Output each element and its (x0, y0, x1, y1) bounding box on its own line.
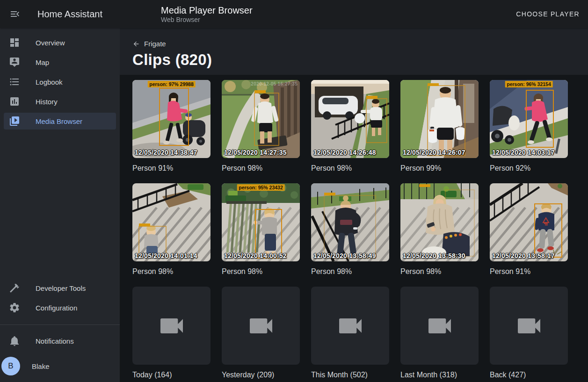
clip-caption: Person 98% (222, 267, 300, 276)
sidebar-item-map[interactable]: Map (4, 54, 116, 71)
clip-tile[interactable]: 12/05/2020 14:26:07 (400, 80, 479, 158)
clip-cell: person: 95% 2343212/05/2020 14:00:52Pers… (222, 183, 300, 276)
sidebar-item-logbook[interactable]: Logbook (4, 73, 116, 90)
sidebar-item-profile[interactable]: B Blake (1, 353, 116, 379)
clip-cell: 12/05/2020 14:26:48Person 98% (311, 80, 389, 173)
page-header-titles: Media Player Browser Web Browser (161, 5, 253, 23)
clip-timestamp: 12/05/2020 14:01:14 (135, 252, 197, 259)
folder-cell: Back (427) (490, 287, 568, 379)
clip-thumbnail (311, 183, 389, 261)
sidebar-nav: OverviewMapLogbookHistoryMedia Browser (0, 28, 120, 132)
hammer-icon (9, 282, 20, 294)
clip-caption: Person 92% (490, 164, 568, 173)
sidebar-item-label: Logbook (36, 78, 63, 86)
sidebar-item-history[interactable]: History (4, 93, 116, 110)
clip-timestamp: 12/05/2020 14:26:48 (313, 149, 376, 156)
menu-open-icon (9, 8, 21, 20)
breadcrumb-label: Frigate (144, 40, 166, 48)
clip-thumbnail (490, 80, 568, 158)
clip-tile[interactable]: 12/05/2020 13:58:49 (311, 183, 389, 261)
clip-timestamp: 12/05/2020 14:27:35 (224, 149, 287, 156)
poll-box-icon (9, 96, 20, 107)
clip-caption: Person 99% (400, 164, 479, 173)
media-grid-container: person: 97% 2998812/05/2020 14:38:47Pers… (120, 75, 588, 382)
clip-cell: 12/05/2020 13:58:30Person 98% (400, 183, 479, 276)
clip-timestamp: 12/05/2020 13:58:49 (313, 252, 376, 259)
clip-caption: Person 98% (311, 164, 389, 173)
video-icon (514, 311, 544, 341)
detection-label: person: 97% 29988 (147, 81, 196, 87)
folder-tile[interactable] (311, 287, 389, 365)
clip-tile[interactable]: person: 96% 3215412/05/2020 14:03:17 (490, 80, 568, 158)
clip-tile[interactable]: 2020-12-05 16:27:3512/05/2020 14:27:35 (222, 80, 300, 158)
folder-caption: This Month (502) (311, 370, 389, 379)
clip-cell: person: 97% 2998812/05/2020 14:38:47Pers… (132, 80, 211, 173)
video-icon (157, 311, 187, 341)
cog-icon (9, 302, 20, 313)
clip-timestamp: 12/05/2020 14:03:17 (492, 149, 555, 156)
clip-timestamp: 12/05/2020 14:26:07 (403, 149, 465, 156)
sidebar-item-media-browser[interactable]: Media Browser (4, 113, 116, 130)
clip-cell: 12/05/2020 13:58:49Person 98% (311, 183, 389, 276)
clip-tile[interactable]: person: 95% 2343212/05/2020 14:00:52 (222, 183, 300, 261)
menu-open-button[interactable] (4, 3, 26, 25)
format-list-bulleted-icon (9, 76, 20, 87)
folder-caption: Last Month (318) (400, 370, 479, 379)
folder-tile[interactable] (400, 287, 479, 365)
clip-tile[interactable]: person: 97% 2998812/05/2020 14:38:47 (132, 80, 211, 158)
video-icon (335, 311, 365, 341)
sidebar-item-label: Map (36, 58, 49, 66)
clip-thumbnail (400, 183, 479, 261)
folder-tile[interactable] (222, 287, 300, 365)
clip-thumbnail (132, 80, 211, 158)
clip-tile[interactable]: 12/05/2020 14:01:14 (132, 183, 211, 261)
clip-timestamp: 12/05/2020 13:58:30 (403, 252, 465, 259)
page-title: Clips (820) (132, 51, 588, 69)
breadcrumb[interactable]: Frigate (132, 28, 166, 48)
sidebar-header: Home Assistant (0, 3, 120, 25)
folder-tile[interactable] (132, 287, 211, 365)
main-content: Frigate Clips (820) person: 97% 2998812/… (120, 28, 588, 382)
sidebar-item-overview[interactable]: Overview (4, 34, 116, 51)
bell-icon (9, 335, 20, 346)
clip-cell: 12/05/2020 14:26:07Person 99% (400, 80, 479, 173)
clip-cell: person: 96% 3215412/05/2020 14:03:17Pers… (490, 80, 568, 173)
clip-cell: 2020-12-05 16:27:3512/05/2020 14:27:35Pe… (222, 80, 300, 173)
clip-thumbnail (132, 183, 211, 261)
sidebar-item-developer-tools[interactable]: Developer Tools (4, 280, 116, 296)
clip-tile[interactable]: 12/05/2020 13:58:17 (490, 183, 568, 261)
video-icon (425, 311, 455, 341)
detection-label: person: 95% 23432 (237, 184, 285, 191)
camera-timestamp: 2020-12-05 16:27:35 (251, 81, 298, 86)
sidebar-item-label: History (36, 98, 58, 106)
sidebar-item-label: Media Browser (36, 117, 82, 125)
app-header: Home Assistant Media Player Browser Web … (0, 0, 588, 28)
folder-tile[interactable] (490, 287, 568, 365)
clip-thumbnail (222, 183, 300, 261)
video-icon (246, 311, 276, 341)
clip-timestamp: 12/05/2020 13:58:17 (492, 252, 555, 259)
notifications-label: Notifications (36, 337, 74, 345)
sidebar-item-label: Configuration (36, 304, 77, 312)
clip-tile[interactable]: 12/05/2020 13:58:30 (400, 183, 479, 261)
sidebar: OverviewMapLogbookHistoryMedia Browser D… (0, 28, 120, 382)
choose-player-button[interactable]: CHOOSE PLAYER (511, 6, 584, 22)
sidebar-item-notifications[interactable]: Notifications (4, 332, 116, 350)
sidebar-item-configuration[interactable]: Configuration (4, 299, 116, 316)
clip-caption: Person 91% (132, 164, 211, 173)
sidebar-spacer (0, 132, 120, 277)
sidebar-item-label: Developer Tools (36, 284, 86, 292)
clip-cell: 12/05/2020 13:58:17Person 91% (490, 183, 568, 276)
clip-thumbnail (222, 80, 300, 158)
clip-tile[interactable]: 12/05/2020 14:26:48 (311, 80, 389, 158)
folder-cell: Today (164) (132, 287, 211, 379)
folder-cell: Yesterday (209) (222, 287, 300, 379)
folder-cell: Last Month (318) (400, 287, 479, 379)
clip-caption: Person 98% (222, 164, 300, 173)
folder-caption: Today (164) (132, 370, 211, 379)
clip-caption: Person 91% (490, 267, 568, 276)
clip-thumbnail (311, 80, 389, 158)
sidebar-bottom-nav: Developer ToolsConfiguration (0, 277, 120, 319)
dialog-subtitle: Web Browser (161, 16, 253, 23)
arrow-left-icon (132, 40, 140, 48)
